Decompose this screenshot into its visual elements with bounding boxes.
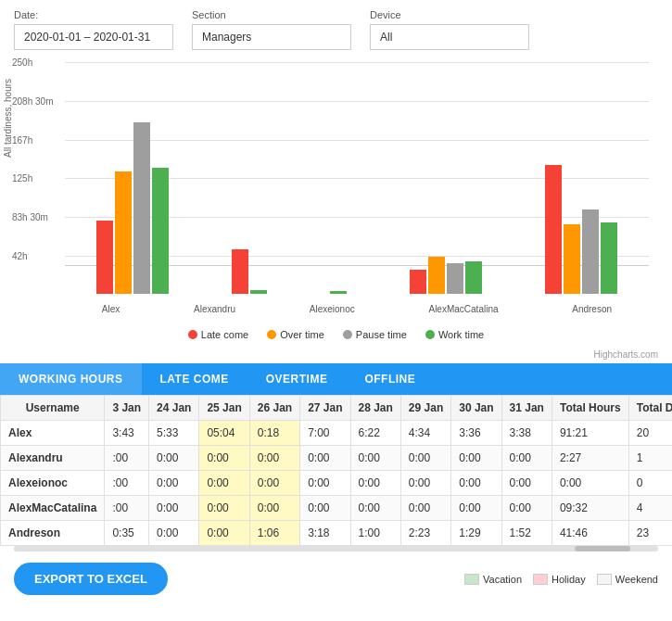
cell-data: 0:00 — [300, 496, 350, 521]
y-axis-label: All tardiness, hours — [3, 79, 13, 158]
legend-item-work-time: Work time — [425, 329, 484, 340]
tabs-bar: WORKING HOURSLATE COMEOVERTIMEOFFLINE — [0, 363, 672, 395]
cell-data: 0:00 — [300, 471, 350, 496]
cell-data: 0:00 — [501, 496, 552, 521]
footer-legend-weekend: Weekend — [597, 574, 658, 585]
col-header-3-jan: 3 Jan — [105, 396, 149, 421]
cell-username: Andreson — [1, 521, 105, 546]
table-row: Alexeionoc:000:000:000:000:000:000:000:0… — [1, 471, 673, 496]
cell-data: 3:18 — [300, 521, 350, 546]
cell-username: Alexeionoc — [1, 471, 105, 496]
bars-area — [65, 62, 649, 294]
chart-container: 250h 208h 30m 167h 125h 83h 30m 42h All … — [14, 62, 658, 322]
cell-data: 3:38 — [501, 421, 552, 446]
col-header-26-jan: 26 Jan — [249, 396, 299, 421]
cell-data: 91:21 — [552, 421, 628, 446]
cell-data: 20 — [628, 421, 672, 446]
col-header-30-jan: 30 Jan — [451, 396, 501, 421]
cell-data: 0:00 — [400, 471, 450, 496]
cell-username: Alexandru — [1, 446, 105, 471]
x-label: Alexeionoc — [310, 304, 355, 314]
legend-label: Holiday — [552, 574, 586, 585]
cell-data: 0:00 — [149, 496, 199, 521]
footer-legend-holiday: Holiday — [533, 574, 586, 585]
cell-data: 0:00 — [350, 496, 400, 521]
cell-data: 0:00 — [149, 471, 199, 496]
bar-over — [564, 224, 580, 294]
chart-legend: Late comeOver timePause timeWork time — [0, 322, 672, 348]
bar-pause — [582, 209, 599, 294]
tab-working-hours[interactable]: WORKING HOURS — [0, 363, 142, 395]
tab-offline[interactable]: OFFLINE — [346, 363, 434, 395]
cell-data: 0:00 — [501, 446, 552, 471]
export-button[interactable]: EXPORT TO EXCEL — [14, 563, 168, 595]
col-header-username: Username — [1, 396, 105, 421]
cell-data: 0:00 — [300, 446, 350, 471]
bar-group-alex — [96, 122, 169, 294]
legend-dot — [267, 330, 276, 339]
bar-late — [545, 165, 562, 294]
working-hours-table: Username3 Jan24 Jan25 Jan26 Jan27 Jan28 … — [0, 395, 672, 546]
bar-pause — [447, 263, 463, 294]
legend-label: Late come — [201, 329, 248, 340]
y-tick-2: 208h 30m — [12, 95, 53, 106]
device-input[interactable] — [370, 24, 529, 50]
cell-data: 05:04 — [199, 421, 249, 446]
col-header-28-jan: 28 Jan — [350, 396, 400, 421]
filters-section: Date: Section Device — [0, 0, 672, 57]
section-input[interactable] — [192, 24, 351, 50]
table-row: Alexandru:000:000:000:000:000:000:000:00… — [1, 446, 673, 471]
cell-data: 3:43 — [105, 421, 149, 446]
cell-data: 3:36 — [451, 421, 501, 446]
bar-pause — [133, 122, 150, 294]
section-filter: Section — [192, 9, 351, 50]
footer-legend-vacation: Vacation — [464, 574, 522, 585]
bar-late — [232, 249, 248, 294]
cell-data: 0:00 — [149, 521, 199, 546]
bar-work — [152, 168, 169, 294]
cell-data: 0:00 — [501, 471, 552, 496]
x-label: Alexandru — [194, 304, 235, 314]
legend-item-late-come: Late come — [188, 329, 248, 340]
cell-data: 09:32 — [552, 496, 628, 521]
legend-item-pause-time: Pause time — [343, 329, 407, 340]
y-tick-4: 125h — [12, 173, 32, 184]
scrollbar[interactable] — [14, 546, 658, 551]
bar-late — [96, 221, 113, 294]
bar-over — [428, 257, 445, 294]
cell-data: 2:23 — [400, 521, 450, 546]
cell-data: 0:00 — [350, 446, 400, 471]
col-header-24-jan: 24 Jan — [149, 396, 199, 421]
y-tick-5: 83h 30m — [12, 212, 48, 222]
cell-data: 7:00 — [300, 421, 350, 446]
date-input[interactable] — [14, 24, 173, 50]
cell-data: 0:00 — [249, 471, 299, 496]
legend-dot — [425, 330, 435, 339]
tab-overtime[interactable]: OVERTIME — [247, 363, 347, 395]
legend-label: Work time — [438, 329, 484, 340]
scrollbar-thumb[interactable] — [575, 546, 630, 551]
bar-work — [250, 290, 267, 294]
cell-data: 0:18 — [249, 421, 299, 446]
table-container[interactable]: Username3 Jan24 Jan25 Jan26 Jan27 Jan28 … — [0, 395, 672, 546]
col-header-27-jan: 27 Jan — [300, 396, 350, 421]
table-row: Alex3:435:3305:040:187:006:224:343:363:3… — [1, 421, 673, 446]
col-header-29-jan: 29 Jan — [400, 396, 450, 421]
legend-square — [533, 574, 548, 585]
cell-username: Alex — [1, 421, 105, 446]
cell-data: 1:06 — [249, 521, 299, 546]
cell-data: 0:00 — [149, 446, 199, 471]
cell-data: 0:00 — [451, 496, 501, 521]
cell-data: 4:34 — [400, 421, 450, 446]
device-filter: Device — [370, 9, 529, 50]
col-header-31-jan: 31 Jan — [501, 396, 552, 421]
cell-data: 0:00 — [400, 496, 450, 521]
date-filter: Date: — [14, 9, 173, 50]
tab-late-come[interactable]: LATE COME — [142, 363, 247, 395]
y-tick-3: 167h — [12, 134, 32, 145]
cell-data: 0:00 — [552, 471, 628, 496]
bar-group-alexmaccatalina — [410, 257, 482, 294]
date-label: Date: — [14, 9, 173, 20]
cell-data: 0:00 — [451, 471, 501, 496]
cell-data: 4 — [628, 496, 672, 521]
